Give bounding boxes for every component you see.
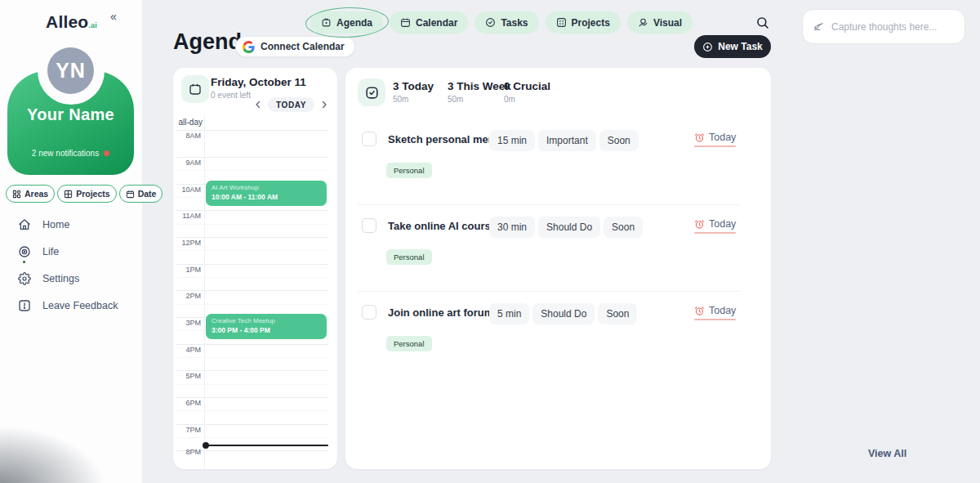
agenda-icon [321, 17, 332, 28]
duration-pill[interactable]: 5 min [489, 303, 529, 324]
priority-pill[interactable]: Important [538, 130, 596, 151]
tab-visual[interactable]: Visual [627, 11, 693, 34]
user-name: Your Name [7, 105, 134, 124]
calendar-event[interactable]: Creative Tech Meetup 3:00 PM - 4:00 PM [206, 314, 327, 339]
tab-calendar[interactable]: Calendar [390, 11, 468, 34]
notifications-label: 2 new notifications [32, 149, 99, 158]
gridline [176, 237, 328, 238]
task-checkbox[interactable] [362, 132, 376, 146]
filter-projects-label: Projects [76, 189, 109, 199]
chevron-left-icon[interactable] [253, 100, 263, 110]
google-g-icon [243, 41, 255, 53]
search-icon[interactable] [755, 16, 770, 30]
when-pill[interactable]: Soon [604, 217, 643, 238]
areas-icon [12, 190, 21, 199]
due-date[interactable]: Today [694, 305, 736, 316]
notifications-link[interactable]: 2 new notifications [7, 149, 134, 158]
tab-label: Visual [653, 17, 682, 29]
plus-circle-icon [702, 42, 713, 52]
tasks-tile-icon [358, 78, 385, 106]
tab-tasks[interactable]: Tasks [474, 11, 538, 34]
sidebar-item-life[interactable]: Life [18, 243, 118, 261]
priority-pill[interactable]: Should Do [532, 303, 595, 324]
top-nav: Agenda Calendar Tasks Projects Visual [310, 11, 693, 34]
task-row: Sketch personal memory 15 min Important … [345, 127, 771, 184]
feedback-icon [18, 299, 31, 312]
when-pill[interactable]: Soon [599, 130, 639, 151]
task-pills: 15 min Important Soon [489, 130, 639, 151]
gridline [176, 157, 328, 158]
calendar-icon [126, 190, 135, 199]
row-divider [358, 291, 740, 292]
stat-duration: 50m [448, 95, 511, 104]
gridline-half [176, 224, 328, 225]
collapse-sidebar-icon[interactable]: « [110, 10, 117, 23]
check-circle-icon [485, 17, 496, 28]
gridline-half [176, 304, 328, 305]
duration-pill[interactable]: 30 min [489, 217, 535, 238]
priority-pill[interactable]: Should Do [538, 217, 600, 238]
due-date[interactable]: Today [694, 218, 736, 230]
stat-crucial[interactable]: 0 Crucial 0m [504, 80, 550, 104]
gridline [176, 370, 328, 371]
new-task-button[interactable]: New Task [694, 35, 771, 58]
filter-date-label: Date [138, 189, 157, 199]
calendar-events-left: 0 event left [211, 91, 251, 100]
calendar-time-grid[interactable]: all-day 8AM 9AM 10AM 11AM 12PM 1PM 2PM 3… [173, 114, 337, 469]
filter-date[interactable]: Date [119, 185, 163, 203]
chevron-right-icon[interactable] [319, 100, 329, 110]
gridline-half [176, 277, 328, 278]
hour-label: 3PM [173, 319, 201, 327]
gridline-half [176, 384, 328, 385]
due-date[interactable]: Today [694, 132, 736, 143]
calendar-event[interactable]: AI Art Workshop 10:00 AM - 11:00 AM [206, 181, 327, 206]
hour-label: 6PM [173, 399, 201, 407]
avatar[interactable]: YN [47, 47, 94, 94]
task-checkbox[interactable] [362, 305, 376, 320]
task-checkbox[interactable] [362, 218, 376, 233]
gridline-half [176, 250, 328, 251]
view-all-link[interactable]: View All [868, 448, 906, 459]
all-day-label: all-day [173, 118, 203, 127]
filter-areas[interactable]: Areas [6, 185, 55, 203]
tab-agenda[interactable]: Agenda [310, 11, 383, 34]
stat-today[interactable]: 3 Today 50m [393, 80, 434, 104]
current-time-dot [203, 442, 209, 449]
stat-count: 3 Today [393, 80, 434, 92]
hour-label: 4PM [173, 346, 201, 354]
stat-duration: 50m [393, 95, 434, 104]
tasks-panel: 3 Today 50m 3 This Week 50m 0 Crucial 0m… [345, 68, 771, 469]
sidebar-item-feedback[interactable]: Leave Feedback [18, 297, 118, 315]
task-tag[interactable]: Personal [386, 163, 432, 178]
gridline-half [176, 357, 328, 358]
sidebar-nav: Home Life Settings Leave Feedback [18, 216, 118, 315]
hour-label: 10AM [173, 186, 201, 194]
gridline [176, 210, 328, 211]
duration-pill[interactable]: 15 min [489, 130, 535, 151]
today-button[interactable]: TODAY [268, 97, 314, 112]
task-tag[interactable]: Personal [386, 249, 432, 265]
gridline [176, 290, 328, 291]
task-pills: 5 min Should Do Soon [489, 303, 637, 324]
tab-projects[interactable]: Projects [546, 11, 621, 34]
when-pill[interactable]: Soon [598, 303, 637, 324]
tab-label: Tasks [501, 17, 528, 29]
projects-icon [556, 17, 567, 28]
gridline-half [176, 170, 328, 171]
capture-thoughts-input[interactable] [831, 21, 955, 33]
row-divider [358, 204, 740, 205]
event-time: 10:00 AM - 11:00 AM [212, 193, 321, 201]
task-tag[interactable]: Personal [386, 336, 432, 351]
sidebar-item-settings[interactable]: Settings [18, 270, 118, 288]
sidebar-item-home[interactable]: Home [18, 216, 118, 234]
calendar-date-title: Friday, October 11 [211, 76, 306, 88]
connect-calendar-button[interactable]: Connect Calendar [235, 36, 355, 57]
filter-projects[interactable]: Projects [57, 185, 116, 203]
app-logo: Alleo.ai [0, 12, 143, 32]
gridline-half [176, 437, 328, 438]
stat-this-week[interactable]: 3 This Week 50m [448, 80, 511, 104]
due-label: Today [709, 132, 736, 143]
alarm-icon [694, 219, 705, 230]
gear-icon [18, 272, 31, 285]
hour-label: 11AM [173, 212, 201, 220]
